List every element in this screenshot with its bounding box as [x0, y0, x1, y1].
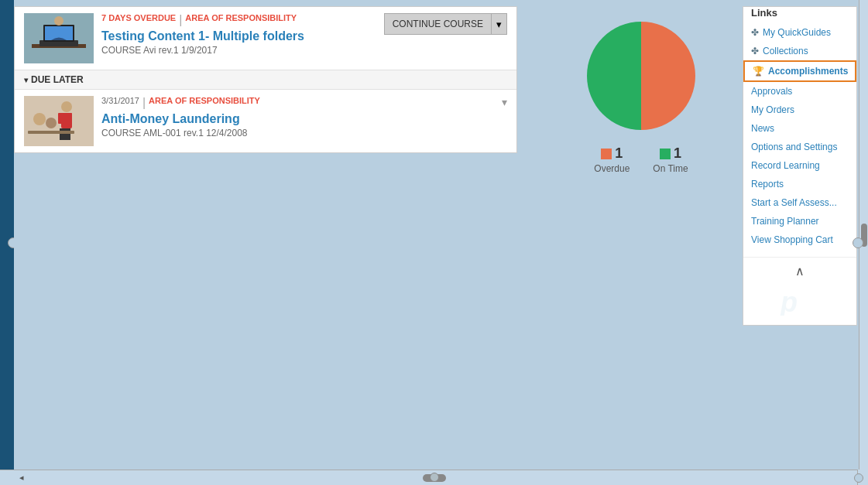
continue-course-dropdown[interactable]: ▾: [492, 13, 507, 35]
due-later-label: DUE LATER: [31, 74, 84, 85]
course-item-1: 7 DAYS OVERDUE | AREA OF RESPONSIBILITY …: [15, 7, 516, 70]
course-1-header: 7 DAYS OVERDUE | AREA OF RESPONSIBILITY: [101, 13, 376, 27]
orders-label: My Orders: [751, 104, 794, 115]
scroll-center-indicator: [430, 473, 439, 482]
sidebar-item-reports[interactable]: Reports: [743, 175, 856, 193]
course-1-action: CONTINUE COURSE ▾: [384, 13, 507, 35]
sidebar-item-record-learning[interactable]: Record Learning: [743, 156, 856, 175]
sidebar-item-news[interactable]: News: [743, 119, 856, 138]
overdue-label: Overdue: [594, 163, 630, 174]
quickguides-label: My QuickGuides: [763, 27, 831, 38]
pie-chart: [579, 14, 703, 138]
ontime-label: On Time: [653, 163, 688, 174]
self-assess-label: Start a Self Assess...: [751, 197, 837, 208]
svg-rect-10: [67, 113, 72, 124]
scroll-left-arrow-icon[interactable]: ◂: [19, 473, 24, 483]
main-layout: 7 DAYS OVERDUE | AREA OF RESPONSIBILITY …: [0, 0, 868, 485]
quickguides-icon: ✤: [751, 27, 759, 38]
course-2-header: 3/31/2017 | AREA OF RESPONSIBILITY: [101, 96, 494, 110]
course-2-date: 3/31/2017: [101, 96, 139, 105]
options-label: Options and Settings: [751, 142, 837, 152]
pie-chart-container: 1 Overdue 1 On Time: [529, 6, 753, 182]
svg-point-7: [61, 101, 72, 112]
due-later-section-header[interactable]: ▾ DUE LATER: [15, 70, 516, 90]
course-2-info: 3/31/2017 | AREA OF RESPONSIBILITY Anti-…: [101, 96, 494, 138]
svg-text:p: p: [780, 286, 798, 316]
legend-ontime: 1 On Time: [653, 145, 688, 174]
accomplishments-icon: 🏆: [753, 66, 764, 77]
area-badge: AREA OF RESPONSIBILITY: [185, 13, 297, 22]
course-2-subtitle: COURSE AML-001 rev.1 12/4/2008: [101, 128, 494, 138]
scroll-circle-corner: [854, 473, 863, 483]
area-badge-2: AREA OF RESPONSIBILITY: [149, 96, 260, 105]
svg-rect-11: [60, 128, 65, 140]
separator-2: |: [142, 96, 146, 110]
svg-point-14: [46, 118, 57, 128]
news-label: News: [751, 123, 774, 134]
empty-area: [14, 224, 868, 470]
watermark-logo: p: [777, 285, 823, 316]
svg-rect-9: [58, 113, 63, 124]
course-item-2: 3/31/2017 | AREA OF RESPONSIBILITY Anti-…: [15, 90, 516, 152]
sidebar-item-self-assess[interactable]: Start a Self Assess...: [743, 193, 856, 212]
svg-rect-15: [28, 131, 74, 134]
sidebar-item-quickguides[interactable]: ✤ My QuickGuides: [743, 23, 856, 42]
content-area: 7 DAYS OVERDUE | AREA OF RESPONSIBILITY …: [14, 0, 868, 485]
right-sidebar: Links ✤ My QuickGuides ✤ Collections 🏆 A…: [743, 6, 857, 326]
course-1-subtitle: COURSE Avi rev.1 1/9/2017: [101, 45, 376, 56]
svg-point-13: [33, 113, 46, 125]
approvals-label: Approvals: [751, 86, 792, 97]
overdue-badge: 7 DAYS OVERDUE: [101, 13, 176, 22]
pie-legend: 1 Overdue 1 On Time: [594, 145, 688, 174]
vertical-scrollbar[interactable]: [859, 0, 868, 470]
course-2-title[interactable]: Anti-Money Laundering: [101, 112, 494, 126]
overdue-count: 1: [615, 145, 623, 162]
continue-course-button[interactable]: CONTINUE COURSE: [384, 13, 492, 35]
course-2-expand-button[interactable]: ▾: [502, 96, 507, 108]
courses-panel: 7 DAYS OVERDUE | AREA OF RESPONSIBILITY …: [14, 6, 517, 153]
horizontal-scrollbar[interactable]: ◂: [0, 470, 868, 485]
collapse-arrow-icon[interactable]: ∧: [795, 264, 805, 278]
collections-icon: ✤: [751, 46, 759, 56]
course-1-info: 7 DAYS OVERDUE | AREA OF RESPONSIBILITY …: [101, 13, 376, 56]
sidebar-item-orders[interactable]: My Orders: [743, 101, 856, 119]
course-1-title[interactable]: Testing Content 1- Multiple folders: [101, 29, 376, 43]
dropdown-arrow-icon: ▾: [496, 19, 502, 30]
sidebar-item-accomplishments[interactable]: 🏆 Accomplishments: [743, 60, 856, 82]
separator: |: [179, 13, 182, 27]
sidebar-item-collections[interactable]: ✤ Collections: [743, 42, 856, 60]
ontime-color-box: [660, 149, 671, 159]
reports-label: Reports: [751, 179, 784, 190]
sidebar-title: Links: [743, 7, 856, 23]
svg-point-5: [54, 16, 63, 26]
sidebar-collapse-section: ∧: [743, 257, 856, 282]
training-planner-label: Training Planner: [751, 216, 819, 227]
accomplishments-label: Accomplishments: [768, 66, 848, 77]
collections-label: Collections: [763, 46, 808, 56]
course-thumbnail-1: [24, 13, 94, 63]
shopping-cart-label: View Shopping Cart: [751, 234, 833, 245]
sidebar-item-shopping-cart[interactable]: View Shopping Cart: [743, 231, 856, 249]
sidebar-item-options[interactable]: Options and Settings: [743, 138, 856, 156]
watermark-area: p: [743, 282, 856, 319]
scroll-circle-right[interactable]: [853, 237, 863, 248]
chart-area: 1 Overdue 1 On Time: [529, 6, 753, 182]
course-thumbnail-2: [24, 96, 94, 146]
due-later-chevron-icon: ▾: [24, 76, 28, 84]
record-learning-label: Record Learning: [751, 160, 820, 171]
overdue-color-box: [601, 149, 612, 159]
legend-overdue: 1 Overdue: [594, 145, 630, 174]
svg-rect-12: [65, 128, 70, 140]
ontime-count: 1: [674, 145, 681, 162]
sidebar-item-approvals[interactable]: Approvals: [743, 82, 856, 101]
sidebar-item-training-planner[interactable]: Training Planner: [743, 212, 856, 231]
